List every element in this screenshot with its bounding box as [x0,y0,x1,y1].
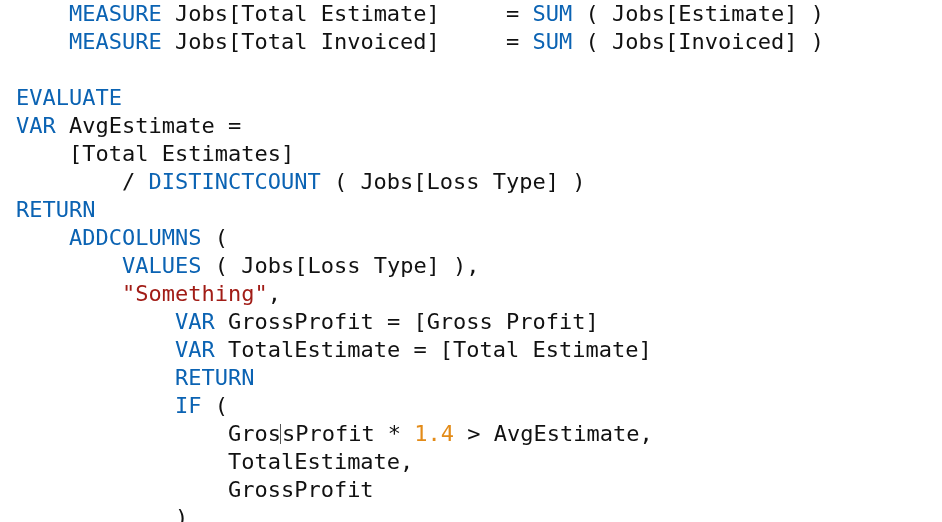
keyword: MEASURE [69,29,162,54]
keyword: RETURN [16,197,95,222]
code-text: , [268,281,281,306]
function: ADDCOLUMNS [69,225,201,250]
code-text: TotalEstimate = [Total Estimate] [215,337,652,362]
text-cursor [280,424,281,444]
keyword: MEASURE [69,1,162,26]
code-text: ) [16,505,188,522]
code-text: ( Jobs[Loss Type] ), [201,253,479,278]
code-text: GrossProfit = [Gross Profit] [215,309,599,334]
code-text: / [16,169,148,194]
code-text: Jobs[Total Estimate] = [162,1,533,26]
code-text: ( Jobs[Invoiced] ) [572,29,824,54]
code-text: ( [201,393,228,418]
string-literal: "Something" [122,281,268,306]
number-literal: 1.4 [414,421,454,446]
code-text: [Total Estimates] [16,141,294,166]
code-text: Jobs[Total Invoiced] = [162,29,533,54]
keyword: IF [175,393,202,418]
code-text: ( [201,225,228,250]
function: SUM [533,1,573,26]
keyword: VAR [175,309,215,334]
code-text: GrossProfit [16,477,374,502]
code-text: > AvgEstimate, [454,421,653,446]
keyword: VAR [175,337,215,362]
keyword: EVALUATE [16,85,122,110]
keyword: VAR [16,113,56,138]
dax-code-block: MEASURE Jobs[Total Estimate] = SUM ( Job… [0,0,942,522]
keyword: RETURN [175,365,254,390]
code-text: TotalEstimate, [16,449,413,474]
code-text: ( Jobs[Estimate] ) [572,1,824,26]
function: SUM [533,29,573,54]
code-text: Gros [16,421,281,446]
function: VALUES [122,253,201,278]
code-text: ( Jobs[Loss Type] ) [321,169,586,194]
code-text: AvgEstimate = [56,113,241,138]
function: DISTINCTCOUNT [148,169,320,194]
code-text: sProfit * [282,421,414,446]
